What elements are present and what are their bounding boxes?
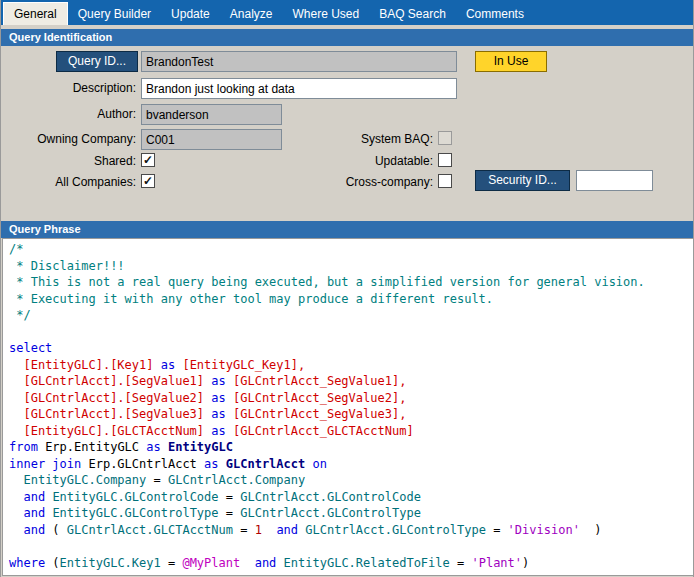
- code-line: [EntityGLC].[Key1] as [EntityGLC_Key1],: [9, 357, 693, 374]
- tab-bar: General Query Builder Update Analyze Whe…: [1, 0, 694, 25]
- code-line: */: [9, 307, 693, 324]
- tab-general[interactable]: General: [3, 2, 68, 25]
- code-line: and EntityGLC.GLControlType = GLCntrlAcc…: [9, 505, 693, 522]
- author-field: [141, 104, 282, 125]
- section-header-query-identification: Query Identification: [1, 29, 694, 46]
- query-id-field: [141, 51, 457, 72]
- code-line: where (EntityGLC.Key1 = @MyPlant and Ent…: [9, 555, 693, 572]
- owning-company-label: Owning Company:: [1, 129, 136, 150]
- updatable-label: Updatable:: [297, 151, 433, 172]
- all-companies-checkbox[interactable]: [141, 174, 155, 188]
- code-line: [EntityGLC].[GLCTAcctNum] as [GLCntrlAcc…: [9, 423, 693, 440]
- code-line: * This is not a real query being execute…: [9, 274, 693, 291]
- query-phrase-editor[interactable]: /* * Disclaimer!!! * This is not a real …: [2, 238, 694, 576]
- system-baq-label: System BAQ:: [297, 129, 433, 150]
- code-line: [GLCntrlAcct].[SegValue1] as [GLCntrlAcc…: [9, 373, 693, 390]
- owning-company-field: [141, 129, 282, 150]
- shared-checkbox[interactable]: [141, 153, 155, 167]
- shared-label: Shared:: [1, 151, 136, 172]
- code-line: * Disclaimer!!!: [9, 258, 693, 275]
- in-use-button[interactable]: In Use: [475, 51, 547, 72]
- code-line: [GLCntrlAcct].[SegValue3] as [GLCntrlAcc…: [9, 406, 693, 423]
- section-header-query-phrase: Query Phrase: [1, 221, 694, 238]
- tab-query-builder[interactable]: Query Builder: [68, 4, 161, 25]
- baq-designer-window: General Query Builder Update Analyze Whe…: [0, 0, 694, 577]
- description-label: Description:: [1, 78, 136, 99]
- security-id-button[interactable]: Security ID...: [475, 170, 570, 191]
- tab-update[interactable]: Update: [161, 4, 220, 25]
- all-companies-label: All Companies:: [1, 172, 136, 193]
- updatable-checkbox[interactable]: [438, 153, 452, 167]
- tab-analyze[interactable]: Analyze: [220, 4, 283, 25]
- security-id-field[interactable]: [576, 170, 653, 191]
- author-label: Author:: [1, 104, 136, 125]
- cross-company-label: Cross-company:: [297, 172, 433, 193]
- description-field[interactable]: [141, 78, 457, 99]
- code-line: and EntityGLC.GLControlCode = GLCntrlAcc…: [9, 489, 693, 506]
- code-line: [GLCntrlAcct].[SegValue2] as [GLCntrlAcc…: [9, 390, 693, 407]
- cross-company-checkbox[interactable]: [438, 174, 452, 188]
- code-line: /*: [9, 241, 693, 258]
- code-line: inner join Erp.GLCntrlAcct as GLCntrlAcc…: [9, 456, 693, 473]
- query-id-button[interactable]: Query ID...: [56, 51, 138, 72]
- system-baq-checkbox: [438, 131, 452, 145]
- code-line: select: [9, 340, 693, 357]
- tab-baq-search[interactable]: BAQ Search: [369, 4, 456, 25]
- code-line: [9, 538, 693, 555]
- code-line: from Erp.EntityGLC as EntityGLC: [9, 439, 693, 456]
- tab-where-used[interactable]: Where Used: [282, 4, 369, 25]
- tab-comments[interactable]: Comments: [456, 4, 534, 25]
- code-line: * Executing it with any other tool may p…: [9, 291, 693, 308]
- code-line: EntityGLC.Company = GLCntrlAcct.Company: [9, 472, 693, 489]
- code-line: and ( GLCntrlAcct.GLCTAcctNum = 1 and GL…: [9, 522, 693, 539]
- code-line: [9, 324, 693, 341]
